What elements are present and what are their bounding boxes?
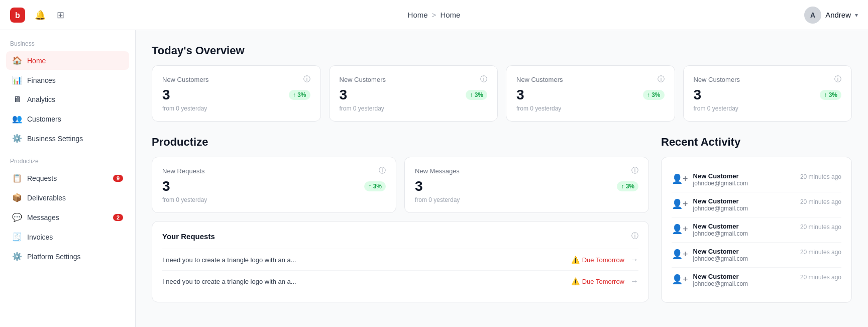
card-sub-0: from 0 yesterday [162, 105, 310, 112]
activity-left-1: 👤+ New Customer johndoe@gmail.com [672, 197, 748, 212]
card-value-3: 3 [694, 87, 702, 103]
sidebar: Business 🏠 Home 📊 Finances 🖥 Analytics 👥… [0, 30, 136, 327]
activity-email-1: johndoe@gmail.com [693, 205, 748, 212]
sidebar-item-finances[interactable]: 📊 Finances [6, 71, 129, 89]
sidebar-item-business-settings-label: Business Settings [27, 135, 83, 143]
activity-info-4: New Customer johndoe@gmail.com [693, 273, 748, 287]
activity-time-0: 20 minutes ago [800, 173, 841, 180]
card-value-2: 3 [516, 87, 524, 103]
breadcrumb: Home > Home [408, 11, 461, 19]
activity-info-3: New Customer johndoe@gmail.com [693, 248, 748, 262]
card-badge-2: ↑ 3% [643, 90, 665, 100]
activity-email-2: johndoe@gmail.com [693, 230, 748, 237]
overview-cards: New Customers ⓘ 3 ↑ 3% from 0 yesterday … [152, 65, 852, 122]
request-text-0: I need you to create a triangle logo wit… [162, 256, 565, 264]
sidebar-item-analytics[interactable]: 🖥 Analytics [6, 90, 129, 108]
request-status-1: ⚠️ Due Tomorrow [571, 277, 624, 285]
request-row-0[interactable]: I need you to create a triangle logo wit… [162, 249, 638, 270]
productize-card-value-1: 3 [415, 178, 423, 194]
activity-item-0: 👤+ New Customer johndoe@gmail.com 20 min… [672, 167, 841, 192]
card-header-2: New Customers ⓘ [516, 75, 665, 84]
sidebar-item-requests-label: Requests [27, 174, 57, 182]
card-info-icon-1[interactable]: ⓘ [480, 75, 487, 84]
request-row-1[interactable]: I need you to create a triangle logo wit… [162, 270, 638, 292]
activity-item-3: 👤+ New Customer johndoe@gmail.com 20 min… [672, 243, 841, 268]
productize-card-value-row-1: 3 ↑ 3% [415, 178, 638, 194]
sidebar-item-business-settings[interactable]: ⚙️ Business Settings [6, 129, 129, 148]
app-logo[interactable]: b [10, 8, 25, 23]
layout: Business 🏠 Home 📊 Finances 🖥 Analytics 👥… [0, 30, 868, 327]
breadcrumb-home[interactable]: Home [408, 11, 428, 19]
analytics-icon: 🖥 [12, 95, 22, 104]
request-arrow-1[interactable]: → [630, 277, 638, 286]
productize-card-header-1: New Messages ⓘ [415, 166, 638, 175]
activity-time-4: 20 minutes ago [800, 274, 841, 281]
user-plus-icon-2: 👤+ [672, 224, 688, 235]
card-value-1: 3 [340, 87, 348, 103]
card-header-0: New Customers ⓘ [162, 75, 310, 84]
sidebar-item-customers[interactable]: 👥 Customers [6, 110, 129, 128]
activity-left-4: 👤+ New Customer johndoe@gmail.com [672, 273, 748, 287]
activity-info-2: New Customer johndoe@gmail.com [693, 223, 748, 237]
sidebar-item-finances-label: Finances [27, 76, 56, 84]
breadcrumb-separator: > [432, 11, 437, 19]
breadcrumb-current: Home [440, 11, 460, 19]
card-value-row-0: 3 ↑ 3% [162, 87, 310, 103]
activity-name-4: New Customer [693, 273, 748, 280]
activity-item-4: 👤+ New Customer johndoe@gmail.com 20 min… [672, 268, 841, 292]
productize-card-header-0: New Requests ⓘ [162, 166, 386, 175]
activity-email-4: johndoe@gmail.com [693, 280, 748, 287]
card-info-icon-0[interactable]: ⓘ [303, 75, 310, 84]
card-label-0: New Customers [162, 76, 208, 83]
card-label-1: New Customers [340, 76, 386, 83]
productize-card-info-1[interactable]: ⓘ [631, 166, 638, 175]
sidebar-item-platform-settings[interactable]: ⚙️ Platform Settings [6, 247, 129, 266]
card-badge-0: ↑ 3% [289, 90, 310, 100]
productize-card-sub-0: from 0 yesterday [162, 196, 386, 203]
sidebar-item-invoices-label: Invoices [27, 233, 53, 241]
card-badge-3: ↑ 3% [820, 90, 841, 100]
productize-card-label-1: New Messages [415, 167, 460, 175]
card-info-icon-2[interactable]: ⓘ [658, 75, 665, 84]
card-header-1: New Customers ⓘ [340, 75, 488, 84]
deliverables-icon: 📦 [12, 193, 22, 202]
productize-card-sub-1: from 0 yesterday [415, 196, 638, 203]
sidebar-item-messages-label: Messages [27, 213, 59, 222]
sidebar-item-messages[interactable]: 💬 Messages 2 [6, 208, 129, 227]
activity-item-1: 👤+ New Customer johndoe@gmail.com 20 min… [672, 192, 841, 217]
user-plus-icon-4: 👤+ [672, 274, 688, 285]
layout-icon[interactable]: ⊞ [53, 8, 67, 22]
productize-sub-cards: New Requests ⓘ 3 ↑ 3% from 0 yesterday N… [152, 157, 649, 213]
topbar: b 🔔 ⊞ Home > Home A Andrew ▾ [0, 0, 868, 30]
requests-info-icon[interactable]: ⓘ [631, 232, 638, 241]
recent-activity-title: Recent Activity [661, 136, 852, 149]
notification-icon[interactable]: 🔔 [33, 8, 47, 22]
svg-text:b: b [15, 11, 20, 20]
productize-card-0: New Requests ⓘ 3 ↑ 3% from 0 yesterday [152, 157, 396, 213]
business-settings-icon: ⚙️ [12, 134, 22, 143]
request-status-0: ⚠️ Due Tomorrow [571, 256, 624, 264]
sidebar-section-productize: Productize [6, 156, 129, 169]
sidebar-item-home[interactable]: 🏠 Home [6, 51, 129, 70]
sidebar-item-requests[interactable]: 📋 Requests 9 [6, 169, 129, 187]
productize-card-info-0[interactable]: ⓘ [379, 166, 386, 175]
sidebar-item-invoices[interactable]: 🧾 Invoices [6, 228, 129, 246]
sidebar-item-deliverables[interactable]: 📦 Deliverables [6, 188, 129, 207]
activity-email-3: johndoe@gmail.com [693, 255, 748, 262]
requests-header: Your Requests ⓘ [162, 232, 638, 241]
requests-card: Your Requests ⓘ I need you to create a t… [152, 221, 649, 302]
request-status-label-0: Due Tomorrow [582, 256, 624, 264]
card-value-0: 3 [162, 87, 170, 103]
recent-activity-card: 👤+ New Customer johndoe@gmail.com 20 min… [661, 157, 852, 303]
sidebar-item-platform-settings-label: Platform Settings [27, 253, 81, 261]
productize-title: Productize [152, 136, 649, 149]
card-label-2: New Customers [516, 76, 563, 83]
user-menu[interactable]: A Andrew ▾ [804, 7, 858, 24]
home-icon: 🏠 [12, 56, 22, 65]
request-arrow-0[interactable]: → [630, 255, 638, 264]
sidebar-item-analytics-label: Analytics [27, 95, 55, 103]
activity-name-0: New Customer [693, 172, 748, 180]
messages-badge: 2 [113, 214, 123, 221]
card-info-icon-3[interactable]: ⓘ [834, 75, 841, 84]
overview-card-1: New Customers ⓘ 3 ↑ 3% from 0 yesterday [329, 65, 498, 122]
